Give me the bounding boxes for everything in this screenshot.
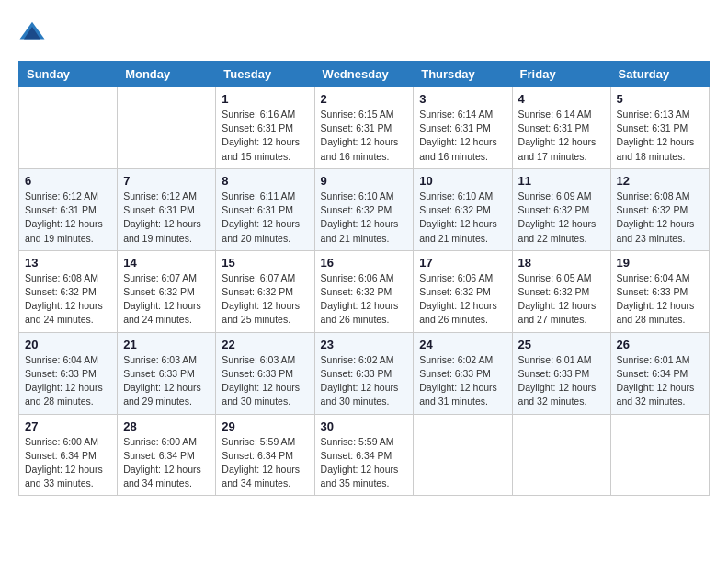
- day-detail: Sunrise: 6:07 AMSunset: 6:32 PMDaylight:…: [123, 271, 210, 327]
- day-number: 19: [617, 256, 703, 270]
- day-cell: 9Sunrise: 6:10 AMSunset: 6:32 PMDaylight…: [314, 168, 414, 250]
- day-cell: 15Sunrise: 6:07 AMSunset: 6:32 PMDayligh…: [216, 250, 314, 332]
- day-number: 21: [123, 338, 210, 351]
- day-cell: 17Sunrise: 6:06 AMSunset: 6:32 PMDayligh…: [414, 250, 512, 332]
- page-header: [18, 18, 710, 46]
- day-cell: 22Sunrise: 6:03 AMSunset: 6:33 PMDayligh…: [216, 332, 314, 414]
- day-number: 4: [518, 92, 605, 106]
- day-cell: 23Sunrise: 6:02 AMSunset: 6:33 PMDayligh…: [314, 332, 414, 414]
- day-number: 23: [321, 338, 408, 351]
- day-cell: [118, 87, 216, 169]
- day-detail: Sunrise: 6:03 AMSunset: 6:33 PMDaylight:…: [123, 353, 210, 409]
- day-detail: Sunrise: 6:05 AMSunset: 6:32 PMDaylight:…: [518, 271, 605, 327]
- day-detail: Sunrise: 6:07 AMSunset: 6:32 PMDaylight:…: [222, 271, 308, 327]
- column-header-saturday: Saturday: [610, 62, 709, 87]
- day-detail: Sunrise: 5:59 AMSunset: 6:34 PMDaylight:…: [321, 435, 408, 491]
- day-number: 24: [419, 338, 506, 351]
- day-cell: 11Sunrise: 6:09 AMSunset: 6:32 PMDayligh…: [512, 168, 610, 250]
- day-cell: 24Sunrise: 6:02 AMSunset: 6:33 PMDayligh…: [414, 332, 512, 414]
- day-number: 14: [123, 256, 210, 270]
- day-cell: 16Sunrise: 6:06 AMSunset: 6:32 PMDayligh…: [314, 250, 414, 332]
- day-cell: [610, 414, 709, 496]
- calendar: SundayMondayTuesdayWednesdayThursdayFrid…: [18, 61, 710, 496]
- day-detail: Sunrise: 5:59 AMSunset: 6:34 PMDaylight:…: [222, 435, 308, 491]
- day-detail: Sunrise: 6:00 AMSunset: 6:34 PMDaylight:…: [123, 435, 210, 491]
- day-cell: 20Sunrise: 6:04 AMSunset: 6:33 PMDayligh…: [19, 332, 118, 414]
- day-number: 6: [25, 174, 111, 188]
- day-cell: 28Sunrise: 6:00 AMSunset: 6:34 PMDayligh…: [118, 414, 216, 496]
- day-number: 15: [222, 256, 308, 270]
- day-cell: [414, 414, 512, 496]
- day-number: 20: [25, 338, 111, 351]
- day-detail: Sunrise: 6:13 AMSunset: 6:31 PMDaylight:…: [617, 108, 703, 164]
- day-number: 1: [222, 92, 308, 106]
- day-number: 13: [25, 256, 111, 270]
- day-detail: Sunrise: 6:08 AMSunset: 6:32 PMDaylight:…: [25, 271, 111, 327]
- day-number: 3: [419, 92, 506, 106]
- day-cell: 14Sunrise: 6:07 AMSunset: 6:32 PMDayligh…: [118, 250, 216, 332]
- day-detail: Sunrise: 6:12 AMSunset: 6:31 PMDaylight:…: [123, 190, 210, 246]
- column-header-sunday: Sunday: [19, 62, 118, 87]
- day-number: 7: [123, 174, 210, 188]
- day-number: 26: [617, 338, 703, 351]
- day-number: 18: [518, 256, 605, 270]
- day-detail: Sunrise: 6:04 AMSunset: 6:33 PMDaylight:…: [617, 271, 703, 327]
- day-cell: 2Sunrise: 6:15 AMSunset: 6:31 PMDaylight…: [314, 87, 414, 169]
- day-detail: Sunrise: 6:02 AMSunset: 6:33 PMDaylight:…: [321, 353, 408, 409]
- day-cell: 4Sunrise: 6:14 AMSunset: 6:31 PMDaylight…: [512, 87, 610, 169]
- day-cell: [19, 87, 118, 169]
- column-header-wednesday: Wednesday: [314, 62, 414, 87]
- day-number: 27: [25, 419, 111, 433]
- day-number: 16: [321, 256, 408, 270]
- day-number: 22: [222, 338, 308, 351]
- day-detail: Sunrise: 6:02 AMSunset: 6:33 PMDaylight:…: [419, 353, 506, 409]
- day-cell: 25Sunrise: 6:01 AMSunset: 6:33 PMDayligh…: [512, 332, 610, 414]
- day-number: 17: [419, 256, 506, 270]
- day-detail: Sunrise: 6:14 AMSunset: 6:31 PMDaylight:…: [419, 108, 506, 164]
- day-number: 5: [617, 92, 703, 106]
- day-cell: 30Sunrise: 5:59 AMSunset: 6:34 PMDayligh…: [314, 414, 414, 496]
- week-row-4: 20Sunrise: 6:04 AMSunset: 6:33 PMDayligh…: [19, 332, 710, 414]
- calendar-header-row: SundayMondayTuesdayWednesdayThursdayFrid…: [19, 62, 710, 87]
- day-detail: Sunrise: 6:09 AMSunset: 6:32 PMDaylight:…: [518, 190, 605, 246]
- day-detail: Sunrise: 6:06 AMSunset: 6:32 PMDaylight:…: [321, 271, 408, 327]
- week-row-3: 13Sunrise: 6:08 AMSunset: 6:32 PMDayligh…: [19, 250, 710, 332]
- week-row-5: 27Sunrise: 6:00 AMSunset: 6:34 PMDayligh…: [19, 414, 710, 496]
- day-cell: 1Sunrise: 6:16 AMSunset: 6:31 PMDaylight…: [216, 87, 314, 169]
- week-row-2: 6Sunrise: 6:12 AMSunset: 6:31 PMDaylight…: [19, 168, 710, 250]
- day-detail: Sunrise: 6:16 AMSunset: 6:31 PMDaylight:…: [222, 108, 308, 164]
- day-detail: Sunrise: 6:00 AMSunset: 6:34 PMDaylight:…: [25, 435, 111, 491]
- day-detail: Sunrise: 6:04 AMSunset: 6:33 PMDaylight:…: [25, 353, 111, 409]
- day-cell: 27Sunrise: 6:00 AMSunset: 6:34 PMDayligh…: [19, 414, 118, 496]
- day-number: 12: [617, 174, 703, 188]
- logo: [18, 18, 50, 46]
- column-header-friday: Friday: [512, 62, 610, 87]
- day-number: 28: [123, 419, 210, 433]
- day-detail: Sunrise: 6:03 AMSunset: 6:33 PMDaylight:…: [222, 353, 308, 409]
- day-detail: Sunrise: 6:06 AMSunset: 6:32 PMDaylight:…: [419, 271, 506, 327]
- day-number: 30: [321, 419, 408, 433]
- day-cell: 21Sunrise: 6:03 AMSunset: 6:33 PMDayligh…: [118, 332, 216, 414]
- day-cell: 18Sunrise: 6:05 AMSunset: 6:32 PMDayligh…: [512, 250, 610, 332]
- day-cell: 13Sunrise: 6:08 AMSunset: 6:32 PMDayligh…: [19, 250, 118, 332]
- day-cell: 19Sunrise: 6:04 AMSunset: 6:33 PMDayligh…: [610, 250, 709, 332]
- logo-icon: [18, 18, 46, 46]
- day-cell: 7Sunrise: 6:12 AMSunset: 6:31 PMDaylight…: [118, 168, 216, 250]
- day-detail: Sunrise: 6:15 AMSunset: 6:31 PMDaylight:…: [321, 108, 408, 164]
- day-detail: Sunrise: 6:08 AMSunset: 6:32 PMDaylight:…: [617, 190, 703, 246]
- column-header-monday: Monday: [118, 62, 216, 87]
- day-number: 29: [222, 419, 308, 433]
- week-row-1: 1Sunrise: 6:16 AMSunset: 6:31 PMDaylight…: [19, 87, 710, 169]
- day-number: 10: [419, 174, 506, 188]
- day-cell: 5Sunrise: 6:13 AMSunset: 6:31 PMDaylight…: [610, 87, 709, 169]
- day-cell: 29Sunrise: 5:59 AMSunset: 6:34 PMDayligh…: [216, 414, 314, 496]
- day-cell: 12Sunrise: 6:08 AMSunset: 6:32 PMDayligh…: [610, 168, 709, 250]
- day-number: 11: [518, 174, 605, 188]
- day-detail: Sunrise: 6:11 AMSunset: 6:31 PMDaylight:…: [222, 190, 308, 246]
- day-cell: [512, 414, 610, 496]
- day-detail: Sunrise: 6:14 AMSunset: 6:31 PMDaylight:…: [518, 108, 605, 164]
- day-number: 8: [222, 174, 308, 188]
- day-detail: Sunrise: 6:12 AMSunset: 6:31 PMDaylight:…: [25, 190, 111, 246]
- day-detail: Sunrise: 6:01 AMSunset: 6:33 PMDaylight:…: [518, 353, 605, 409]
- day-detail: Sunrise: 6:01 AMSunset: 6:34 PMDaylight:…: [617, 353, 703, 409]
